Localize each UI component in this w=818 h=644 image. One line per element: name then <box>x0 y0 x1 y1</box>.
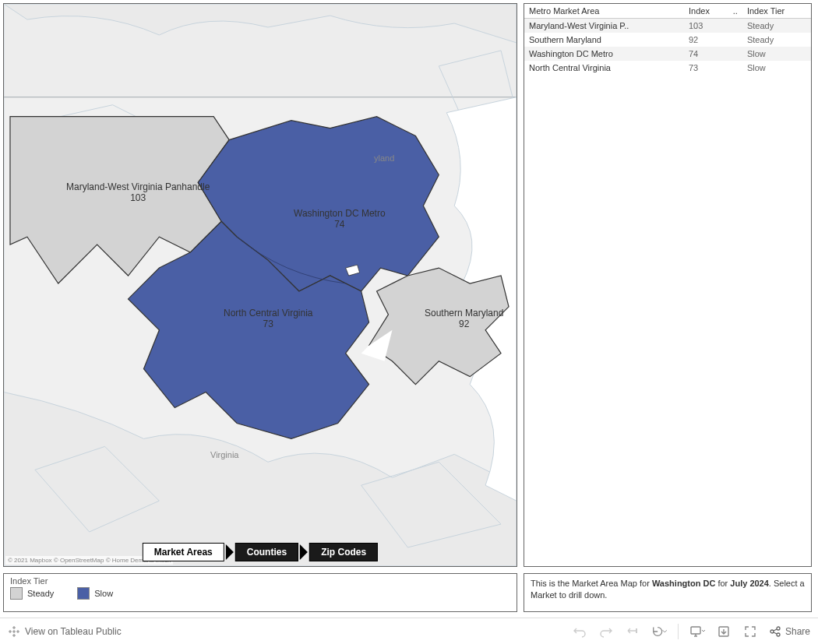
share-label: Share <box>785 626 810 637</box>
legend-item-steady[interactable]: Steady <box>10 587 54 600</box>
map-panel[interactable]: yland Virginia Maryland-West Virginia Pa… <box>3 3 517 567</box>
legend-label: Steady <box>27 589 54 598</box>
revert-icon[interactable] <box>625 624 640 639</box>
chevron-right-icon <box>300 544 308 560</box>
swatch-steady <box>10 587 23 600</box>
col-area[interactable]: Metro Market Area <box>524 4 684 19</box>
legend-title: Index Tier <box>10 576 510 586</box>
tableau-icon <box>8 625 20 638</box>
description-panel: This is the Market Area Map for Washingt… <box>524 573 812 612</box>
tab-counties[interactable]: Counties <box>235 543 298 561</box>
refresh-dropdown-icon[interactable] <box>651 624 667 639</box>
col-more[interactable]: .. <box>728 4 742 19</box>
table-row[interactable]: Washington DC Metro 74 Slow <box>524 47 811 61</box>
drill-tabs: Market Areas Counties Zip Codes <box>143 543 378 561</box>
legend-label: Slow <box>94 589 113 598</box>
share-icon <box>769 625 781 638</box>
svg-line-21 <box>774 632 777 634</box>
col-tier[interactable]: Index Tier <box>742 4 811 19</box>
col-index[interactable]: Index <box>684 4 728 19</box>
undo-icon[interactable] <box>572 624 587 639</box>
map-svg <box>4 4 517 566</box>
svg-line-20 <box>774 629 777 631</box>
legend-item-slow[interactable]: Slow <box>77 587 113 600</box>
chevron-right-icon <box>226 544 234 560</box>
download-icon[interactable] <box>716 624 732 639</box>
svg-point-19 <box>777 633 780 636</box>
tab-zip-codes[interactable]: Zip Codes <box>309 543 378 561</box>
device-preview-icon[interactable] <box>689 624 705 639</box>
table-row[interactable]: Maryland-West Virginia P.. 103 Steady <box>524 19 811 33</box>
svg-point-18 <box>777 627 780 630</box>
view-on-tableau-link[interactable]: View on Tableau Public <box>8 625 122 638</box>
share-button[interactable]: Share <box>769 625 810 638</box>
svg-rect-12 <box>636 628 637 633</box>
table-panel: Metro Market Area Index .. Index Tier Ma… <box>524 3 812 567</box>
svg-rect-13 <box>691 627 700 634</box>
table-row[interactable]: Southern Maryland 92 Steady <box>524 33 811 47</box>
redo-icon[interactable] <box>598 624 614 639</box>
toolbar: View on Tableau Public S <box>0 618 818 644</box>
svg-point-17 <box>770 630 774 633</box>
view-on-tableau-label: View on Tableau Public <box>25 626 122 637</box>
fullscreen-icon[interactable] <box>742 624 758 639</box>
table-row[interactable]: North Central Virginia 73 Slow <box>524 61 811 75</box>
toolbar-divider <box>678 624 679 639</box>
data-table: Metro Market Area Index .. Index Tier Ma… <box>524 4 811 75</box>
table-header-row: Metro Market Area Index .. Index Tier <box>524 4 811 19</box>
swatch-slow <box>77 587 90 600</box>
tab-market-areas[interactable]: Market Areas <box>143 543 224 561</box>
legend-panel: Index Tier Steady Slow <box>3 573 517 612</box>
